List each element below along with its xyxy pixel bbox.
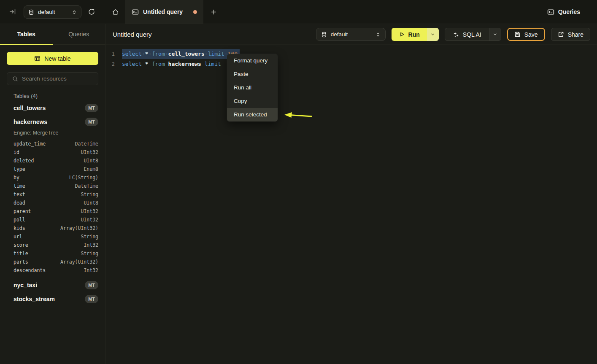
sidebar-tabs: Tables Queries [0,24,105,45]
sidebar-tab-label: Tables [17,31,35,38]
search-box [7,72,98,85]
column-row: deadUInt8 [0,199,105,207]
main-panel: Untitled query default Run [105,24,597,364]
menu-item-format-query[interactable]: Format query [227,54,278,67]
new-table-button[interactable]: New table [7,52,98,65]
run-dropdown-button[interactable] [427,28,439,41]
terminal-icon [547,8,554,16]
sql-ai-dropdown-button[interactable] [489,28,501,40]
engine-badge: MT [85,118,98,126]
column-name: id [14,149,19,155]
column-type: LC(String) [69,175,98,181]
column-type: UInt8 [84,200,98,206]
chevron-down-icon [493,32,497,37]
code-text: select * from hackernews limit [122,59,224,69]
table-row-hackernews[interactable]: hackernewsMT [0,115,105,129]
token-space [165,61,168,67]
column-type: String [81,251,98,256]
menu-item-copy[interactable]: Copy [227,94,278,108]
share-button[interactable]: Share [551,28,590,41]
menu-item-paste[interactable]: Paste [227,67,278,81]
column-row: kidsArray(UInt32) [0,224,105,232]
engine-badge: MT [85,281,98,289]
home-tab[interactable] [105,0,125,24]
code-editor[interactable]: 1select·*·from·cell_towers·limit·1002sel… [105,45,597,364]
columns-list: update_timeDateTimeidUInt32deletedUInt8t… [0,140,105,275]
token-keyword: select [122,61,142,67]
code-line-1[interactable]: 1select·*·from·cell_towers·limit·100 [105,49,597,59]
column-name: by [14,175,19,181]
home-icon [112,8,119,16]
table-name: nyc_taxi [14,282,37,289]
column-name: type [14,166,25,172]
token-operator: * [145,61,149,67]
column-name: title [14,251,28,256]
table-name: cell_towers [14,105,46,111]
menu-item-run-all[interactable]: Run all [227,81,278,94]
column-name: score [14,242,28,248]
sql-ai-button[interactable]: SQL AI [445,28,489,40]
token-keyword: from [151,51,165,57]
queries-button-label: Queries [558,8,580,15]
collapse-sidebar-icon[interactable] [9,8,16,15]
tab-untitled-query[interactable]: Untitled query [125,0,203,24]
token-keyword: select [122,51,142,57]
line-number: 1 [105,49,115,59]
column-row: partsArray(UInt32) [0,258,105,266]
header-controls: default Run [316,28,590,41]
plus-icon [211,9,217,15]
play-icon [399,31,405,38]
chevron-updown-icon [375,32,381,37]
tab-strip: Untitled query [105,0,224,24]
queries-button[interactable]: Queries [547,0,580,24]
column-name: dead [14,200,25,206]
column-name: deleted [14,158,34,164]
terminal-icon [132,8,139,16]
table-row-nyc_taxi[interactable]: nyc_taxiMT [0,278,105,292]
token-space [142,61,145,67]
column-type: Enum8 [84,166,98,172]
database-icon [321,32,327,38]
table-name: hackernews [14,119,47,125]
column-name: update_time [14,141,46,147]
table-row-stocks_stream[interactable]: stocks_streamMT [0,292,105,306]
token-table: cell_towers [168,51,205,57]
column-type: Int32 [84,267,98,273]
column-name: parts [14,259,28,265]
save-icon [514,31,521,38]
column-type: String [81,191,98,197]
column-type: String [81,234,98,240]
sql-ai-button-group: SQL AI [445,28,501,41]
chevron-updown-icon [72,10,77,15]
save-button[interactable]: Save [507,28,545,41]
menu-item-run-selected[interactable]: Run selected [227,108,278,121]
run-button-group: Run [392,28,439,41]
column-row: scoreInt32 [0,241,105,249]
chevron-down-icon [430,32,435,37]
column-name: url [14,234,22,240]
search-input[interactable] [22,75,93,82]
column-name: parent [14,208,31,214]
refresh-icon[interactable] [88,8,95,16]
column-type: DateTime [75,183,98,189]
code-line-2[interactable]: 2select * from hackernews limit [105,59,597,69]
new-tab-button[interactable] [203,0,224,24]
sidebar-tab-label: Queries [68,31,89,38]
run-button[interactable]: Run [392,28,427,41]
token-space: · [165,51,168,57]
sparkles-icon [453,31,459,38]
table-row-cell_towers[interactable]: cell_towersMT [0,101,105,115]
database-selector-value: default [331,31,348,38]
sidebar-tab-queries[interactable]: Queries [53,24,105,44]
tables-section-title: Tables (4) [14,92,38,100]
column-row: update_timeDateTime [0,140,105,148]
query-database-selector[interactable]: default [316,28,386,41]
column-row: pollUInt32 [0,216,105,224]
tables-list: cell_towersMThackernewsMTEngine: MergeTr… [0,101,105,306]
topbar-database-selector[interactable]: default [24,5,81,19]
query-title: Untitled query [113,24,152,45]
new-table-label: New table [44,55,70,62]
sidebar-tab-tables[interactable]: Tables [0,24,53,44]
column-row: parentUInt32 [0,207,105,216]
token-keyword: from [151,61,165,67]
